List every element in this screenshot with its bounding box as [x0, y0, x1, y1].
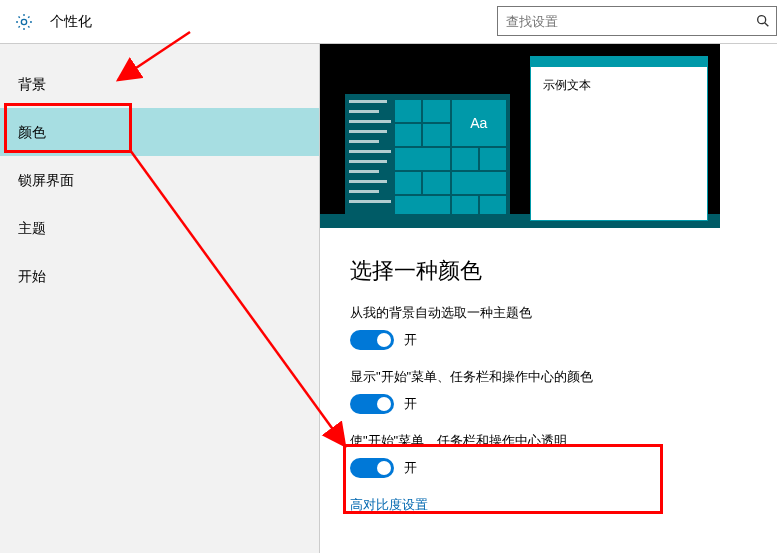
- search-box[interactable]: [497, 6, 777, 36]
- page-title: 个性化: [50, 13, 92, 31]
- header: 个性化: [0, 0, 777, 44]
- high-contrast-link[interactable]: 高对比度设置: [350, 496, 777, 514]
- option-transparency: 使"开始"菜单、任务栏和操作中心透明 开: [350, 432, 777, 478]
- main-panel: Aa 示例文本 选择一种颜色 从我的背景自动选取一种主题色 开: [320, 44, 777, 553]
- sidebar-item-lockscreen[interactable]: 锁屏界面: [0, 156, 319, 204]
- option-label: 使"开始"菜单、任务栏和操作中心透明: [350, 432, 777, 450]
- toggle-state: 开: [404, 395, 417, 413]
- color-preview: Aa 示例文本: [320, 44, 720, 228]
- sidebar-item-color[interactable]: 颜色: [0, 108, 319, 156]
- search-icon: [755, 13, 771, 29]
- gear-icon: [14, 12, 34, 32]
- preview-start-panel: Aa: [345, 94, 510, 228]
- preview-sample-text: 示例文本: [531, 67, 707, 104]
- sidebar: 背景 颜色 锁屏界面 主题 开始: [0, 44, 320, 553]
- search-input[interactable]: [497, 6, 777, 36]
- toggle-state: 开: [404, 459, 417, 477]
- sidebar-item-background[interactable]: 背景: [0, 60, 319, 108]
- option-label: 从我的背景自动选取一种主题色: [350, 304, 777, 322]
- section-heading: 选择一种颜色: [350, 256, 777, 286]
- toggle-transparency[interactable]: [350, 458, 394, 478]
- svg-point-1: [758, 16, 766, 24]
- sidebar-item-theme[interactable]: 主题: [0, 204, 319, 252]
- option-show-color: 显示"开始"菜单、任务栏和操作中心的颜色 开: [350, 368, 777, 414]
- preview-tile-aa: Aa: [452, 100, 507, 146]
- option-label: 显示"开始"菜单、任务栏和操作中心的颜色: [350, 368, 777, 386]
- toggle-state: 开: [404, 331, 417, 349]
- toggle-auto-accent[interactable]: [350, 330, 394, 350]
- preview-window: 示例文本: [530, 56, 708, 221]
- option-auto-accent: 从我的背景自动选取一种主题色 开: [350, 304, 777, 350]
- svg-point-0: [21, 19, 26, 24]
- toggle-show-color[interactable]: [350, 394, 394, 414]
- sidebar-item-start[interactable]: 开始: [0, 252, 319, 300]
